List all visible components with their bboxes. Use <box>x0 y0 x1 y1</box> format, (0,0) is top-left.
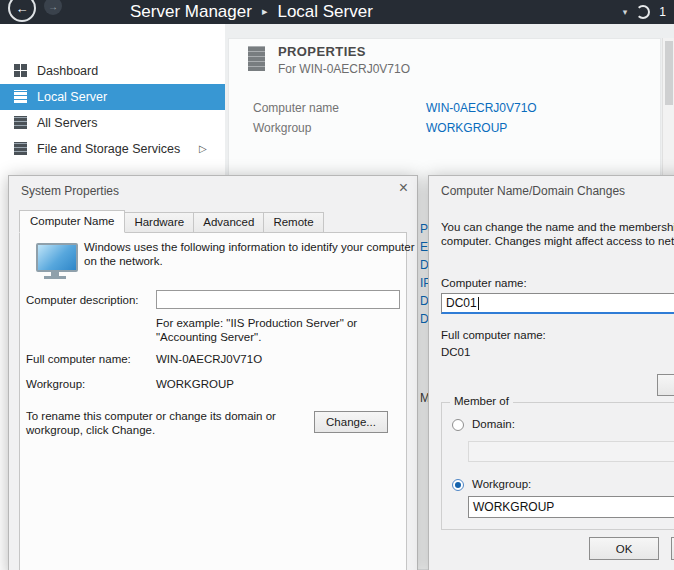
domain-radio[interactable] <box>452 419 464 431</box>
dialog-title: Computer Name/Domain Changes <box>441 184 625 198</box>
breadcrumb-separator-icon: ▸ <box>262 5 268 17</box>
workgroup-radio[interactable] <box>452 479 464 491</box>
full-computer-name-value: DC01 <box>441 346 470 358</box>
properties-subtitle: For WIN-0AECRJ0V71O <box>278 62 410 76</box>
tab-remote[interactable]: Remote <box>263 212 323 233</box>
workgroup-radio-label[interactable]: Workgroup: <box>472 478 531 490</box>
sidebar-item-label: All Servers <box>37 116 97 130</box>
chevron-down-icon[interactable]: ▾ <box>623 7 628 17</box>
rename-help-text: workgroup, click Change. <box>26 424 155 436</box>
workgroup-input-value: WORKGROUP <box>473 500 554 514</box>
intro-text: on the network. <box>84 255 163 267</box>
dialog-title: System Properties <box>21 184 119 198</box>
properties-title: PROPERTIES <box>278 44 410 59</box>
dashboard-icon <box>14 64 27 77</box>
storage-icon <box>14 142 27 155</box>
forward-button[interactable]: → <box>44 0 62 15</box>
example-text: "Accounting Server". <box>156 331 261 343</box>
sidebar-item-dashboard[interactable]: Dashboard <box>0 58 225 84</box>
more-button-clipped[interactable] <box>657 374 674 396</box>
intro-text: You can change the name and the membersh… <box>441 221 674 233</box>
workgroup-value: WORKGROUP <box>156 378 234 390</box>
text-caret <box>478 297 479 310</box>
full-computer-name-value: WIN-0AECRJ0V71O <box>156 353 262 365</box>
refresh-icon[interactable] <box>636 5 650 19</box>
properties-header: PROPERTIES For WIN-0AECRJ0V71O <box>248 44 410 76</box>
property-value-link[interactable]: WORKGROUP <box>426 121 507 135</box>
notification-count[interactable]: 1 <box>659 5 666 19</box>
domain-radio-label[interactable]: Domain: <box>472 418 515 430</box>
domain-input[interactable] <box>468 441 674 462</box>
example-text: For example: "IIS Production Server" or <box>156 317 357 329</box>
tab-strip: Computer Name Hardware Advanced Remote <box>19 210 323 233</box>
full-computer-name-label: Full computer name: <box>441 329 546 341</box>
system-properties-dialog: System Properties × Computer Name Hardwa… <box>8 175 418 570</box>
intro-text: computer. Changes might affect access to… <box>441 235 674 247</box>
titlebar-actions: ▾ 1 <box>623 0 666 24</box>
app-title: Server Manager <box>130 2 252 21</box>
workgroup-label: Workgroup: <box>26 378 85 390</box>
section-title: Local Server <box>277 2 372 21</box>
sidebar-item-label: File and Storage Services <box>37 142 180 156</box>
rename-help-text: To rename this computer or change its do… <box>26 410 276 422</box>
chevron-right-icon: ▷ <box>199 143 207 154</box>
server-tile-icon <box>248 46 265 71</box>
tab-advanced[interactable]: Advanced <box>193 212 264 233</box>
servers-icon <box>14 116 27 129</box>
back-arrow-icon: ← <box>16 1 29 16</box>
computer-name-input-value: DC01 <box>446 296 477 310</box>
ok-button[interactable]: OK <box>589 537 659 560</box>
server-manager-window: ← → Server Manager▸Local Server ▾ 1 Dash… <box>0 0 674 570</box>
computer-monitor-icon <box>36 243 78 272</box>
intro-text: Windows uses the following information t… <box>84 241 414 253</box>
back-button[interactable]: ← <box>8 0 36 22</box>
scrollbar-thumb[interactable] <box>665 41 673 105</box>
sidebar-item-all-servers[interactable]: All Servers <box>0 110 225 136</box>
member-of-group: Member of Domain: Workgroup: WORKGROUP <box>441 402 674 530</box>
computer-description-label: Computer description: <box>26 294 139 306</box>
full-computer-name-label: Full computer name: <box>26 353 131 365</box>
computer-name-tab-page: Windows uses the following information t… <box>19 232 407 570</box>
property-label: Computer name <box>253 101 339 115</box>
workgroup-input[interactable]: WORKGROUP <box>468 496 674 518</box>
member-of-legend: Member of <box>450 395 513 407</box>
sidebar-item-label: Local Server <box>37 90 107 104</box>
server-icon <box>14 90 27 103</box>
change-button[interactable]: Change... <box>314 411 388 433</box>
sidebar-item-file-storage-services[interactable]: File and Storage Services ▷ <box>0 136 225 162</box>
close-icon[interactable]: × <box>399 180 408 196</box>
tab-hardware[interactable]: Hardware <box>124 212 194 233</box>
computer-name-input[interactable]: DC01 <box>441 293 674 314</box>
forward-arrow-icon: → <box>48 1 58 12</box>
tab-computer-name[interactable]: Computer Name <box>19 210 125 233</box>
computer-name-domain-changes-dialog: Computer Name/Domain Changes You can cha… <box>428 175 674 570</box>
sidebar-item-label: Dashboard <box>37 64 98 78</box>
sidebar-item-local-server[interactable]: Local Server <box>0 84 225 110</box>
property-label: Workgroup <box>253 121 311 135</box>
property-value-link[interactable]: WIN-0AECRJ0V71O <box>426 101 537 115</box>
computer-name-label: Computer name: <box>441 277 527 289</box>
breadcrumb: Server Manager▸Local Server <box>130 0 373 24</box>
computer-description-input[interactable] <box>156 290 400 309</box>
titlebar: ← → Server Manager▸Local Server ▾ 1 <box>0 0 674 24</box>
